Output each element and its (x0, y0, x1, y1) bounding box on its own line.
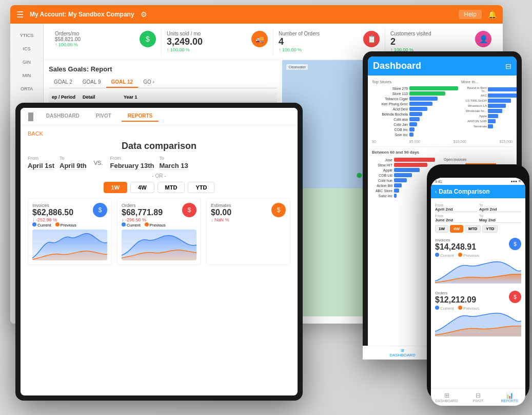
goal-tab-12[interactable]: GOAL 12 (106, 77, 139, 88)
phone-notch (463, 168, 494, 176)
col-year-header: Year 1 (124, 95, 274, 100)
stat-num-orders: 📋 Number of Orders 4 ↑ 100.00 % (273, 28, 385, 55)
goal-tab-2[interactable]: GOAL 2 (49, 77, 77, 88)
phone: 9:41 ●●● ≋ ‹ Data Comparison From April … (427, 164, 529, 401)
phone-period-ytd[interactable]: YTD (482, 225, 498, 233)
phone-chart-orders (435, 311, 521, 336)
from-label-1: From (28, 156, 54, 161)
metric-invoices: $ Invoices $62,886.50 ↓ -252.98 % Curren… (28, 198, 112, 265)
period-btn-4w[interactable]: 4W (130, 182, 154, 193)
units-icon: 🚚 (251, 31, 268, 47)
phone-nav-dashboard[interactable]: ⊞ DASHBOARD (431, 391, 462, 404)
legend-current: Current (32, 222, 51, 228)
chart-legend: Current Previous (32, 222, 107, 228)
table-header: ep / Period Detail Year 1 (49, 92, 277, 102)
phone-chart-legend-2: Current Previous (435, 306, 521, 311)
ipad-menu-icon[interactable]: ⊟ (505, 62, 511, 70)
phone-metric-invoices: $ Invoices $14,248.91 Current Previous (435, 236, 521, 286)
phone-period-buttons: 1W 4W MTD YTD (435, 225, 521, 233)
gear-icon[interactable]: ⚙ (141, 10, 147, 18)
metric-estimates: $ Estimates $0.00 ↓ NaN % (206, 198, 290, 265)
sidebar-item-gin[interactable]: GIN (10, 55, 43, 69)
help-button[interactable]: Help (459, 10, 482, 19)
from-value-1: April 1st (28, 162, 54, 170)
metrics-row: $ Invoices $62,886.50 ↓ -252.98 % Curren… (28, 198, 290, 265)
sales-goals-title: Sales Goals: Report (49, 65, 277, 73)
orders-metric-icon: $ (182, 203, 196, 217)
to-value-1: April 9th (60, 162, 87, 170)
bar-row: Acid Desi (372, 107, 458, 111)
bar-row: Soin Inc (372, 133, 458, 137)
phone-signal: ●●● ≋ (510, 179, 521, 183)
chart-mini-orders (122, 230, 196, 260)
topbar-right: Help 🔔 (459, 10, 497, 19)
phone-period-1w[interactable]: 1W (435, 225, 448, 233)
bar-row: Stew HIT (372, 163, 441, 167)
period-buttons: 1W 4W MTD YTD (28, 182, 290, 193)
phone-nav-pivot[interactable]: ⊟ PIVOT (462, 391, 494, 404)
invoices-icon: $ (93, 203, 107, 217)
or-text: - OR - (28, 173, 290, 179)
period-btn-1w[interactable]: 1W (104, 182, 128, 193)
phone-time: 9:41 (435, 180, 442, 183)
sidebar-item-analytics[interactable]: YTICS (10, 29, 43, 42)
more-than-title: More th... (461, 80, 517, 84)
chart-legend-orders: Current Previous (122, 222, 196, 228)
tab-reports[interactable]: REPORTS (122, 111, 159, 122)
legend-previous-orders: Previous (145, 222, 166, 228)
phone-period-4w[interactable]: 4W (450, 225, 463, 233)
phone-nav-reports[interactable]: 📊 REPORTS (494, 391, 525, 404)
phone-title: Data Comparison (439, 188, 521, 195)
phone-back-icon[interactable]: ‹ (435, 189, 437, 195)
phone-nav-reports-icon: 📊 (494, 392, 525, 399)
goals-tabs: GOAL 2 GOAL 9 GOAL 12 GO › (49, 77, 277, 88)
phone-period-mtd[interactable]: MTD (465, 225, 481, 233)
right-chart: More th... Bound to Bern In... AKC (461, 80, 517, 138)
col-detail-header: Detail (83, 95, 124, 100)
period-btn-mtd[interactable]: MTD (157, 182, 185, 193)
goal-tab-go[interactable]: GO › (138, 77, 160, 88)
sidebar-item-min[interactable]: MIN (10, 69, 43, 82)
hamburger-icon[interactable]: ☰ (16, 10, 24, 20)
tab-pivot[interactable]: PIVOT (90, 111, 117, 122)
ipad-topbar: Dashboard ⊟ (368, 56, 517, 76)
bar-row: Cobi asa (372, 117, 458, 121)
bar-row: Kim Phung Groc (372, 102, 458, 106)
stat-orders: $ Orders/mo $58,821.00 ↑ 100.00 % (50, 28, 162, 55)
ipad-charts-row: Top Stores Store 279 Store 113 Tobacco C… (372, 80, 513, 138)
period-btn-ytd[interactable]: YTD (188, 182, 214, 193)
bar-row: Store 279 (372, 86, 458, 90)
phone-invoices-label: Invoices (435, 238, 521, 242)
phone-orders-value: $12,212.09 (435, 295, 521, 305)
divider (372, 146, 513, 147)
estimates-change: ↓ NaN % (211, 217, 286, 222)
phone-topbar: ‹ Data Comparison (431, 185, 525, 198)
col-period-header: ep / Period (52, 95, 83, 100)
phone-invoices-value: $14,248.91 (435, 242, 521, 252)
num-orders-icon: 📋 (363, 31, 380, 47)
bell-icon[interactable]: 🔔 (488, 10, 497, 18)
back-button[interactable]: BACK (28, 130, 290, 137)
chart-icon: ▐▌ (26, 112, 36, 121)
sidebar-item-ics[interactable]: ICS (10, 42, 43, 55)
phone-nav-dashboard-icon: ⊞ (431, 392, 462, 399)
phone-chart-invoices (435, 258, 521, 284)
scene: ☰ My Account: My Sandbox Company ⚙ Help … (0, 0, 532, 415)
orders-metric-change: ↓ -296.50 % (122, 217, 196, 222)
between-title: Between 60 and 90 days (372, 150, 513, 155)
vs-label: VS. (94, 160, 103, 166)
tablet-topbar: ▐▌ DASHBOARD PIVOT REPORTS (21, 108, 298, 125)
tab-dashboard[interactable]: DASHBOARD (40, 111, 86, 122)
sidebar-item-orta[interactable]: ORTA (10, 82, 43, 96)
goal-tab-9[interactable]: GOAL 9 (77, 77, 106, 88)
phone-content: From April 2nd To April 2nd From June 2n… (431, 198, 525, 345)
svg-point-4 (357, 173, 362, 178)
date-group-4: To March 13 (159, 156, 188, 170)
chart-mini-invoices (32, 230, 107, 260)
phone-nav-pivot-icon: ⊟ (462, 392, 494, 399)
date-range-row: From April 1st To April 9th VS. From Feb… (28, 156, 290, 170)
to-label-1: To (60, 156, 87, 161)
phone-orders-label: Orders (435, 291, 521, 295)
bar-row: Store 113 (372, 91, 458, 96)
phone-status-bar: 9:41 ●●● ≋ (431, 178, 525, 185)
